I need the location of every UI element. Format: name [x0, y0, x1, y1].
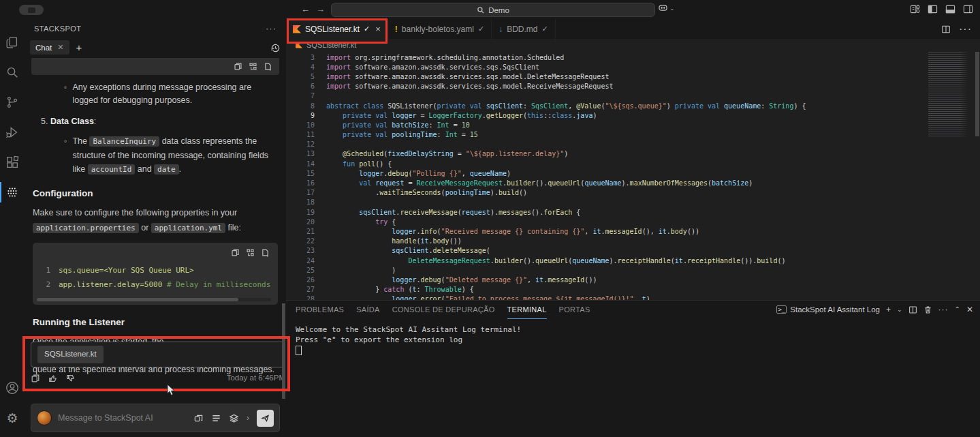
customize-layout-icon[interactable]: [910, 4, 920, 14]
copy-icon[interactable]: [231, 248, 240, 257]
code-line[interactable]: 24 DeleteMessageRequest.builder().queueU…: [286, 256, 919, 265]
code-line[interactable]: 3import org.springframework.scheduling.a…: [286, 52, 919, 62]
split-editor-icon[interactable]: [941, 25, 951, 34]
command-center-search[interactable]: Demo: [331, 3, 655, 17]
chevron-down-icon[interactable]: ⌄: [897, 307, 902, 313]
code-line[interactable]: 19 sqsClient.receiveMessage(request).mes…: [286, 207, 919, 217]
code-line[interactable]: 17 .waitTimeSeconds(poolingTime).build(): [286, 188, 919, 198]
line-number: 15: [286, 170, 326, 177]
code-line[interactable]: 12: [286, 140, 919, 149]
tab-sqslistener[interactable]: SQSListener.kt ✓ ×: [286, 19, 388, 39]
sidebar-item-search[interactable]: [0, 57, 25, 87]
code-block-toolbar: [31, 58, 279, 75]
tab-bdd-md[interactable]: ↓ BDD.md ✓: [492, 19, 556, 39]
stacks-icon[interactable]: [229, 413, 239, 423]
code-line[interactable]: 1sqs.queue=<Your SQS Queue URL>: [35, 264, 271, 278]
code-line[interactable]: 5import software.amazon.awssdk.services.…: [286, 72, 919, 81]
file-chip[interactable]: SQSListener.kt: [37, 346, 104, 363]
sidebar-item-explorer[interactable]: [0, 27, 25, 57]
line-number: 12: [286, 140, 326, 148]
code-line[interactable]: 8abstract class SQSListener(private val …: [286, 101, 919, 110]
thumbs-down-icon[interactable]: [66, 374, 76, 383]
code-line[interactable]: 23 sqsClient.deleteMessage(: [286, 246, 919, 256]
code-line[interactable]: 26 logger.debug("Deleted message {}", it…: [286, 275, 919, 284]
code-line[interactable]: 18: [286, 198, 919, 207]
code-line[interactable]: 4import software.amazon.awssdk.services.…: [286, 62, 919, 72]
toggle-panel-icon[interactable]: [945, 4, 955, 14]
tab-bankly-boletos[interactable]: ! bankly-boletos.yaml ✓: [388, 19, 492, 39]
settings-button[interactable]: ⚙: [0, 403, 25, 433]
panel-tab-terminal[interactable]: TERMINAL: [507, 301, 547, 319]
sidebar-scrollbar[interactable]: [282, 303, 285, 399]
code-line[interactable]: 11 private val poolingTime: Int = 15: [286, 130, 919, 140]
horizontal-scrollbar[interactable]: [37, 298, 271, 301]
new-chat-button[interactable]: +: [74, 42, 85, 53]
code-line[interactable]: 21 logger.info("Received message {} cont…: [286, 226, 919, 236]
code-line[interactable]: 22 handle(it.body()): [286, 237, 919, 246]
copy-icon[interactable]: [234, 62, 242, 71]
history-icon[interactable]: [270, 42, 281, 54]
code-line[interactable]: 9 private val logger = LoggerFactory.get…: [286, 110, 919, 120]
code-line[interactable]: 20 try {: [286, 217, 919, 226]
code-line[interactable]: 6import software.amazon.awssdk.services.…: [286, 82, 919, 91]
account-button[interactable]: [0, 373, 25, 403]
copilot-menu[interactable]: ⌄: [658, 3, 675, 12]
thumbs-up-icon[interactable]: [48, 374, 58, 383]
panel-tab-console-de-depura-o[interactable]: CONSOLE DE DEPURAÇÃO: [392, 301, 495, 319]
maximize-panel-icon[interactable]: ⌃: [955, 306, 960, 313]
copy-response-icon[interactable]: [31, 374, 40, 383]
more-actions-icon[interactable]: ···: [938, 305, 949, 314]
line-number: 14: [286, 160, 326, 168]
close-panel-icon[interactable]: ✕: [966, 305, 973, 314]
send-button[interactable]: [257, 410, 274, 427]
code-line[interactable]: 2app.listener.delay=5000 # Delay in mill…: [35, 278, 271, 292]
sidebar-item-run-debug[interactable]: [0, 117, 25, 147]
toggle-sidebar-icon[interactable]: [928, 4, 938, 14]
breadcrumb[interactable]: SQSListener.kt: [286, 39, 980, 50]
sidebar-item-extensions[interactable]: [0, 147, 25, 177]
toggle-secondary-sidebar-icon[interactable]: [963, 4, 973, 14]
code-line[interactable]: 25 ): [286, 265, 919, 275]
code-line[interactable]: 10 private val batchSize: Int = 10: [286, 120, 919, 130]
chat-input[interactable]: Message to StackSpot AI ›: [31, 404, 280, 432]
nav-forward-button[interactable]: →: [316, 3, 325, 16]
new-terminal-button[interactable]: +: [886, 305, 891, 314]
insert-code-icon[interactable]: [249, 62, 257, 71]
code-editor[interactable]: 3import org.springframework.scheduling.a…: [286, 50, 980, 300]
code-line[interactable]: 7: [286, 91, 919, 101]
terminal-selector[interactable]: >_ StackSpot AI Assitant Log: [776, 305, 880, 314]
more-actions-icon[interactable]: ···: [266, 23, 276, 33]
code-line[interactable]: 13 @Scheduled(fixedDelayString = "\${app…: [286, 149, 919, 159]
attach-code-icon[interactable]: [193, 413, 204, 423]
prompt-list-icon[interactable]: [211, 413, 221, 423]
code-line[interactable]: 14 fun poll() {: [286, 159, 919, 168]
sidebar-item-stackspot[interactable]: [0, 177, 25, 207]
sidebar-item-source-control[interactable]: [0, 87, 25, 117]
code-line[interactable]: 16 val request = ReceiveMessageRequest.b…: [286, 178, 919, 187]
panel-tabs: PROBLEMASSAÍDACONSOLE DE DEPURAÇÃOTERMIN…: [296, 301, 590, 319]
copilot-icon: [658, 3, 668, 12]
panel-tab-portas[interactable]: PORTAS: [559, 301, 590, 319]
code-line[interactable]: 15 logger.debug("Polling {}", queueName): [286, 168, 919, 178]
code-line[interactable]: 28 logger.error("Failed to process messa…: [286, 295, 919, 300]
bottom-panel: PROBLEMASSAÍDACONSOLE DE DEPURAÇÃOTERMIN…: [286, 300, 980, 437]
minimap[interactable]: [928, 52, 970, 138]
split-terminal-icon[interactable]: [908, 305, 917, 314]
new-file-icon[interactable]: [264, 62, 272, 71]
insert-code-icon[interactable]: [246, 248, 255, 257]
terminal-output[interactable]: Welcome to the StackSpot AI Assitant Log…: [286, 318, 980, 358]
chevron-right-icon[interactable]: ›: [247, 413, 249, 423]
trash-icon[interactable]: [923, 305, 932, 314]
tab-chat[interactable]: Chat ✕: [30, 40, 69, 55]
panel-tab-problemas[interactable]: PROBLEMAS: [296, 301, 344, 319]
close-icon[interactable]: ✕: [57, 43, 63, 52]
editor-scrollbar[interactable]: [975, 52, 979, 136]
line-number: 27: [286, 286, 326, 293]
new-file-icon[interactable]: [261, 248, 270, 257]
close-icon[interactable]: ×: [375, 24, 381, 34]
check-icon: ✓: [541, 25, 548, 33]
nav-back-button[interactable]: ←: [301, 3, 310, 16]
code-line[interactable]: 27 } catch (t: Throwable) {: [286, 285, 919, 295]
panel-tab-sa-da[interactable]: SAÍDA: [356, 301, 380, 319]
more-actions-icon[interactable]: ···: [959, 23, 972, 35]
